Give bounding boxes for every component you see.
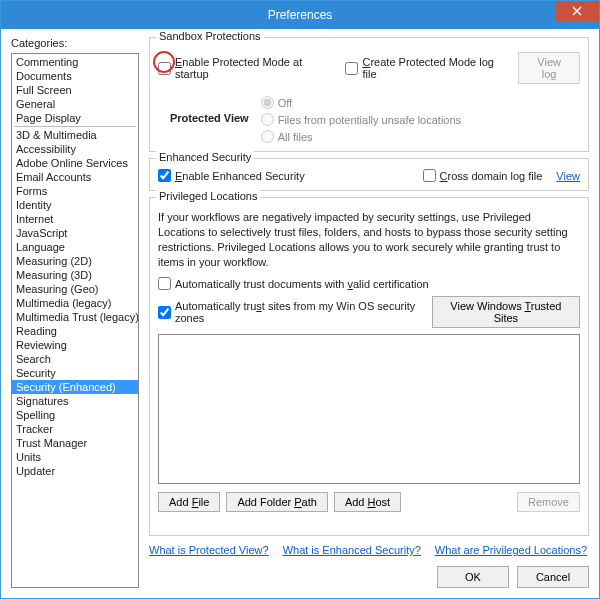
category-item[interactable]: Measuring (2D) bbox=[12, 254, 138, 268]
enable-protected-mode-checkbox[interactable]: Enable Protected Mode at startup bbox=[158, 56, 331, 80]
category-item[interactable]: Internet bbox=[12, 212, 138, 226]
auto-trust-docs-checkbox[interactable]: Automatically trust documents with valid… bbox=[158, 277, 580, 290]
category-item[interactable]: Multimedia (legacy) bbox=[12, 296, 138, 310]
category-item[interactable]: Page Display bbox=[12, 111, 138, 125]
protected-view-radio[interactable]: Files from potentially unsafe locations bbox=[261, 113, 461, 126]
category-item[interactable]: Security (Enhanced) bbox=[12, 380, 138, 394]
dialog-footer: OK Cancel bbox=[149, 556, 589, 588]
add-folder-path-button[interactable]: Add Folder Path bbox=[226, 492, 328, 512]
category-item[interactable]: 3D & Multimedia bbox=[12, 128, 138, 142]
window-title: Preferences bbox=[268, 8, 333, 22]
remove-button[interactable]: Remove bbox=[517, 492, 580, 512]
protected-view-radios: OffFiles from potentially unsafe locatio… bbox=[261, 96, 461, 143]
enable-enhanced-security-checkbox[interactable]: Enable Enhanced Security bbox=[158, 169, 305, 182]
protected-view-radio[interactable]: All files bbox=[261, 130, 461, 143]
category-item[interactable]: Documents bbox=[12, 69, 138, 83]
privileged-locations-list[interactable] bbox=[158, 334, 580, 484]
what-are-privileged-locations-link[interactable]: What are Privileged Locations? bbox=[435, 544, 587, 556]
category-item[interactable]: Forms bbox=[12, 184, 138, 198]
titlebar: Preferences bbox=[1, 1, 599, 29]
category-item[interactable]: Trust Manager bbox=[12, 436, 138, 450]
view-trusted-sites-button[interactable]: View Windows Trusted Sites bbox=[432, 296, 580, 328]
category-item[interactable]: Search bbox=[12, 352, 138, 366]
cross-domain-log-checkbox[interactable]: Cross domain log file bbox=[423, 169, 543, 182]
categories-listbox[interactable]: CommentingDocumentsFull ScreenGeneralPag… bbox=[11, 53, 139, 588]
category-item[interactable]: Full Screen bbox=[12, 83, 138, 97]
auto-trust-sites-checkbox[interactable]: Automatically trust sites from my Win OS… bbox=[158, 300, 422, 324]
cancel-button[interactable]: Cancel bbox=[517, 566, 589, 588]
categories-panel: Categories: CommentingDocumentsFull Scre… bbox=[11, 37, 139, 588]
create-log-checkbox[interactable]: Create Protected Mode log file bbox=[345, 56, 504, 80]
add-host-button[interactable]: Add Host bbox=[334, 492, 401, 512]
category-item[interactable]: Multimedia Trust (legacy) bbox=[12, 310, 138, 324]
category-item[interactable]: Tracker bbox=[12, 422, 138, 436]
privileged-legend: Privileged Locations bbox=[156, 190, 260, 202]
protected-view-row: Protected View OffFiles from potentially… bbox=[170, 92, 580, 143]
sandbox-protections-group: Sandbox Protections Enable Protected Mod… bbox=[149, 37, 589, 152]
category-item[interactable]: Units bbox=[12, 450, 138, 464]
category-item[interactable]: Measuring (3D) bbox=[12, 268, 138, 282]
category-item[interactable]: Reviewing bbox=[12, 338, 138, 352]
what-is-enhanced-security-link[interactable]: What is Enhanced Security? bbox=[283, 544, 421, 556]
category-item[interactable]: Identity bbox=[12, 198, 138, 212]
category-item[interactable]: Security bbox=[12, 366, 138, 380]
protected-view-label: Protected View bbox=[170, 112, 249, 124]
close-button[interactable] bbox=[555, 1, 599, 21]
privileged-description: If your workflows are negatively impacte… bbox=[158, 210, 580, 269]
category-item[interactable]: Commenting bbox=[12, 55, 138, 69]
category-separator bbox=[14, 126, 136, 127]
view-cross-log-link[interactable]: View bbox=[556, 170, 580, 182]
help-links: What is Protected View? What is Enhanced… bbox=[149, 544, 589, 556]
category-item[interactable]: Accessibility bbox=[12, 142, 138, 156]
category-item[interactable]: JavaScript bbox=[12, 226, 138, 240]
privileged-locations-group: Privileged Locations If your workflows a… bbox=[149, 197, 589, 536]
preferences-window: Preferences Categories: CommentingDocume… bbox=[0, 0, 600, 599]
protected-view-radio[interactable]: Off bbox=[261, 96, 461, 109]
sandbox-legend: Sandbox Protections bbox=[156, 30, 264, 42]
add-file-button[interactable]: Add File bbox=[158, 492, 220, 512]
category-item[interactable]: Reading bbox=[12, 324, 138, 338]
category-item[interactable]: Language bbox=[12, 240, 138, 254]
ok-button[interactable]: OK bbox=[437, 566, 509, 588]
what-is-protected-view-link[interactable]: What is Protected View? bbox=[149, 544, 269, 556]
enhanced-security-group: Enhanced Security Enable Enhanced Securi… bbox=[149, 158, 589, 191]
category-item[interactable]: Updater bbox=[12, 464, 138, 478]
category-item[interactable]: Adobe Online Services bbox=[12, 156, 138, 170]
close-icon bbox=[572, 6, 582, 16]
category-item[interactable]: Measuring (Geo) bbox=[12, 282, 138, 296]
category-item[interactable]: General bbox=[12, 97, 138, 111]
categories-label: Categories: bbox=[11, 37, 139, 49]
category-item[interactable]: Signatures bbox=[12, 394, 138, 408]
settings-panel: Sandbox Protections Enable Protected Mod… bbox=[149, 37, 589, 588]
view-log-button[interactable]: View log bbox=[518, 52, 580, 84]
category-item[interactable]: Spelling bbox=[12, 408, 138, 422]
category-item[interactable]: Email Accounts bbox=[12, 170, 138, 184]
enhanced-legend: Enhanced Security bbox=[156, 151, 254, 163]
